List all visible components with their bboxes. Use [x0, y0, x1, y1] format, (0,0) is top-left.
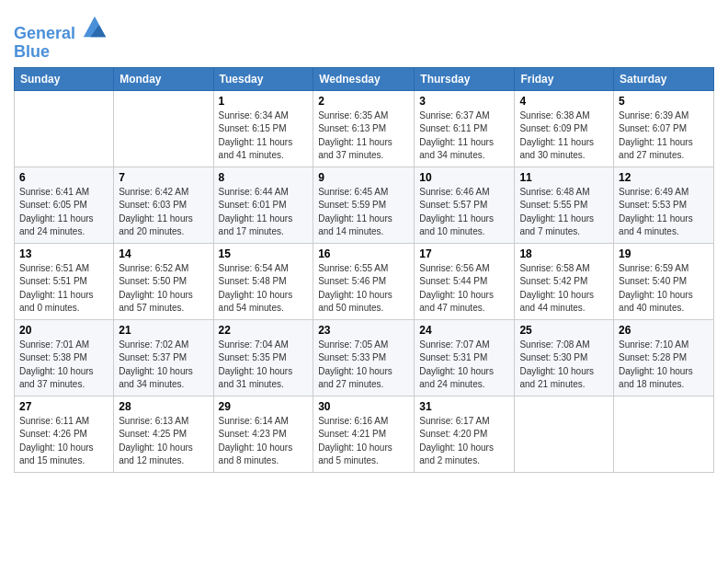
calendar-cell: 24Sunrise: 7:07 AMSunset: 5:31 PMDayligh…	[415, 319, 515, 396]
calendar-table: SundayMondayTuesdayWednesdayThursdayFrid…	[14, 67, 714, 473]
calendar-cell: 23Sunrise: 7:05 AMSunset: 5:33 PMDayligh…	[313, 319, 415, 396]
calendar-week-row: 6Sunrise: 6:41 AMSunset: 6:05 PMDaylight…	[15, 167, 714, 243]
calendar-cell: 20Sunrise: 7:01 AMSunset: 5:38 PMDayligh…	[15, 319, 114, 396]
day-number: 4	[519, 95, 609, 108]
day-number: 23	[318, 324, 409, 337]
calendar-cell: 9Sunrise: 6:45 AMSunset: 5:59 PMDaylight…	[313, 167, 415, 243]
day-number: 1	[219, 95, 309, 108]
calendar-cell: 11Sunrise: 6:48 AMSunset: 5:55 PMDayligh…	[515, 167, 614, 243]
day-number: 18	[519, 247, 609, 260]
day-info: Sunrise: 6:41 AMSunset: 6:05 PMDaylight:…	[19, 186, 108, 239]
col-header-tuesday: Tuesday	[213, 67, 313, 90]
logo-icon	[82, 13, 108, 39]
day-info: Sunrise: 6:39 AMSunset: 6:07 PMDaylight:…	[619, 109, 709, 163]
col-header-sunday: Sunday	[15, 67, 114, 90]
calendar-header-row: SundayMondayTuesdayWednesdayThursdayFrid…	[15, 67, 714, 90]
calendar-cell: 14Sunrise: 6:52 AMSunset: 5:50 PMDayligh…	[114, 243, 213, 319]
day-info: Sunrise: 6:52 AMSunset: 5:50 PMDaylight:…	[119, 262, 208, 316]
day-number: 6	[19, 171, 108, 184]
calendar-cell: 8Sunrise: 6:44 AMSunset: 6:01 PMDaylight…	[213, 167, 313, 243]
day-info: Sunrise: 7:04 AMSunset: 5:35 PMDaylight:…	[219, 339, 309, 392]
logo-blue: Blue	[14, 43, 108, 62]
day-info: Sunrise: 7:07 AMSunset: 5:31 PMDaylight:…	[419, 339, 509, 392]
day-number: 25	[519, 324, 609, 337]
calendar-cell: 17Sunrise: 6:56 AMSunset: 5:44 PMDayligh…	[415, 243, 515, 319]
day-number: 26	[619, 324, 709, 337]
calendar-cell: 30Sunrise: 6:16 AMSunset: 4:21 PMDayligh…	[313, 396, 415, 472]
day-info: Sunrise: 6:37 AMSunset: 6:11 PMDaylight:…	[419, 109, 509, 163]
calendar-cell: 27Sunrise: 6:11 AMSunset: 4:26 PMDayligh…	[15, 396, 114, 472]
calendar-cell: 26Sunrise: 7:10 AMSunset: 5:28 PMDayligh…	[614, 319, 714, 396]
day-number: 21	[119, 324, 208, 337]
calendar-week-row: 20Sunrise: 7:01 AMSunset: 5:38 PMDayligh…	[15, 319, 714, 396]
day-info: Sunrise: 6:56 AMSunset: 5:44 PMDaylight:…	[419, 262, 509, 316]
col-header-wednesday: Wednesday	[313, 67, 415, 90]
calendar-cell: 15Sunrise: 6:54 AMSunset: 5:48 PMDayligh…	[213, 243, 313, 319]
logo-text: General	[14, 13, 108, 43]
day-number: 14	[119, 247, 208, 260]
calendar-week-row: 27Sunrise: 6:11 AMSunset: 4:26 PMDayligh…	[15, 396, 714, 472]
day-info: Sunrise: 6:44 AMSunset: 6:01 PMDaylight:…	[219, 186, 309, 239]
page: General Blue SundayMondayTuesdayWednesda…	[0, 0, 728, 482]
logo-general: General	[14, 24, 75, 42]
calendar-cell	[15, 90, 114, 167]
day-number: 15	[219, 247, 309, 260]
day-info: Sunrise: 6:49 AMSunset: 5:53 PMDaylight:…	[619, 186, 709, 239]
day-info: Sunrise: 7:10 AMSunset: 5:28 PMDaylight:…	[619, 339, 709, 392]
calendar-week-row: 1Sunrise: 6:34 AMSunset: 6:15 PMDaylight…	[15, 90, 714, 167]
day-number: 2	[318, 95, 409, 108]
day-number: 24	[419, 324, 509, 337]
day-info: Sunrise: 7:01 AMSunset: 5:38 PMDaylight:…	[19, 339, 108, 392]
col-header-thursday: Thursday	[415, 67, 515, 90]
day-info: Sunrise: 7:08 AMSunset: 5:30 PMDaylight:…	[519, 339, 609, 392]
day-number: 13	[19, 247, 108, 260]
day-info: Sunrise: 7:02 AMSunset: 5:37 PMDaylight:…	[119, 339, 208, 392]
day-info: Sunrise: 6:11 AMSunset: 4:26 PMDaylight:…	[19, 415, 108, 468]
day-info: Sunrise: 6:59 AMSunset: 5:40 PMDaylight:…	[619, 262, 709, 316]
day-info: Sunrise: 6:14 AMSunset: 4:23 PMDaylight:…	[219, 415, 309, 468]
day-number: 28	[119, 400, 208, 413]
day-number: 20	[19, 324, 108, 337]
day-number: 27	[19, 400, 108, 413]
calendar-cell: 12Sunrise: 6:49 AMSunset: 5:53 PMDayligh…	[614, 167, 714, 243]
day-info: Sunrise: 6:17 AMSunset: 4:20 PMDaylight:…	[419, 415, 509, 468]
day-info: Sunrise: 6:16 AMSunset: 4:21 PMDaylight:…	[318, 415, 409, 468]
day-number: 12	[619, 171, 709, 184]
calendar-cell: 21Sunrise: 7:02 AMSunset: 5:37 PMDayligh…	[114, 319, 213, 396]
col-header-saturday: Saturday	[614, 67, 714, 90]
day-info: Sunrise: 6:51 AMSunset: 5:51 PMDaylight:…	[19, 262, 108, 316]
calendar-cell: 10Sunrise: 6:46 AMSunset: 5:57 PMDayligh…	[415, 167, 515, 243]
col-header-monday: Monday	[114, 67, 213, 90]
day-info: Sunrise: 7:05 AMSunset: 5:33 PMDaylight:…	[318, 339, 409, 392]
calendar-cell: 22Sunrise: 7:04 AMSunset: 5:35 PMDayligh…	[213, 319, 313, 396]
day-info: Sunrise: 6:58 AMSunset: 5:42 PMDaylight:…	[519, 262, 609, 316]
day-number: 22	[219, 324, 309, 337]
calendar-cell	[614, 396, 714, 472]
day-number: 31	[419, 400, 509, 413]
calendar-cell: 16Sunrise: 6:55 AMSunset: 5:46 PMDayligh…	[313, 243, 415, 319]
calendar-cell: 5Sunrise: 6:39 AMSunset: 6:07 PMDaylight…	[614, 90, 714, 167]
calendar-cell: 2Sunrise: 6:35 AMSunset: 6:13 PMDaylight…	[313, 90, 415, 167]
day-number: 9	[318, 171, 409, 184]
day-number: 30	[318, 400, 409, 413]
day-info: Sunrise: 6:34 AMSunset: 6:15 PMDaylight:…	[219, 109, 309, 163]
logo: General Blue	[14, 13, 108, 62]
day-number: 29	[219, 400, 309, 413]
day-number: 16	[318, 247, 409, 260]
day-info: Sunrise: 6:48 AMSunset: 5:55 PMDaylight:…	[519, 186, 609, 239]
day-info: Sunrise: 6:54 AMSunset: 5:48 PMDaylight:…	[219, 262, 309, 316]
day-info: Sunrise: 6:38 AMSunset: 6:09 PMDaylight:…	[519, 109, 609, 163]
calendar-cell: 19Sunrise: 6:59 AMSunset: 5:40 PMDayligh…	[614, 243, 714, 319]
day-info: Sunrise: 6:45 AMSunset: 5:59 PMDaylight:…	[318, 186, 409, 239]
col-header-friday: Friday	[515, 67, 614, 90]
day-info: Sunrise: 6:13 AMSunset: 4:25 PMDaylight:…	[119, 415, 208, 468]
day-info: Sunrise: 6:35 AMSunset: 6:13 PMDaylight:…	[318, 109, 409, 163]
calendar-cell	[114, 90, 213, 167]
calendar-cell: 3Sunrise: 6:37 AMSunset: 6:11 PMDaylight…	[415, 90, 515, 167]
day-info: Sunrise: 6:55 AMSunset: 5:46 PMDaylight:…	[318, 262, 409, 316]
calendar-cell: 4Sunrise: 6:38 AMSunset: 6:09 PMDaylight…	[515, 90, 614, 167]
calendar-cell: 1Sunrise: 6:34 AMSunset: 6:15 PMDaylight…	[213, 90, 313, 167]
day-number: 8	[219, 171, 309, 184]
calendar-cell: 7Sunrise: 6:42 AMSunset: 6:03 PMDaylight…	[114, 167, 213, 243]
day-number: 7	[119, 171, 208, 184]
